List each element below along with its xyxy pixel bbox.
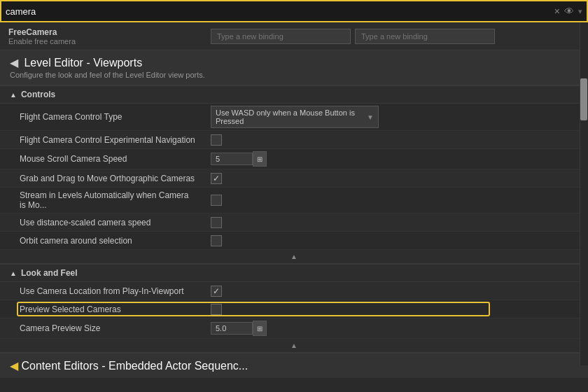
preview-selected-cameras-checkbox[interactable] [211, 304, 222, 315]
row-label: Grab and Drag to Move Orthographic Camer… [0, 171, 206, 186]
table-row: Use Camera Location from Play-In-Viewpor… [0, 282, 588, 300]
row-label: Flight Camera Control Experimental Navig… [0, 132, 206, 148]
search-eye-icon[interactable]: 👁 [564, 6, 574, 17]
level-editor-title: ◀ Level Editor - Viewports [10, 56, 578, 69]
row-label: Use Camera Location from Play-In-Viewpor… [0, 284, 206, 299]
camera-location-checkbox[interactable] [211, 286, 222, 297]
row-control [206, 233, 226, 248]
mouse-scroll-speed-input[interactable] [211, 153, 253, 165]
mouse-scroll-speed-control: ⊞ [211, 151, 267, 167]
controls-title: Controls [21, 90, 55, 99]
row-control [206, 171, 226, 186]
grab-drag-checkbox[interactable] [211, 173, 222, 184]
table-row: Orbit camera around selection [0, 232, 588, 250]
number-arrow-icon[interactable]: ⊞ [253, 151, 267, 167]
table-row: Mouse Scroll Camera Speed ⊞ [0, 149, 588, 169]
row-control [206, 215, 226, 230]
controls-collapse-icon[interactable]: ▲ [10, 91, 17, 99]
row-label: Flight Camera Control Type [0, 109, 206, 125]
experimental-navigation-checkbox[interactable] [211, 134, 222, 146]
table-row: Preview Selected Cameras [0, 300, 588, 318]
search-bar: camera × 👁 ▾ [0, 0, 588, 22]
camera-preview-size-control: ⊞ [211, 321, 267, 336]
table-row: Use distance-scaled camera speed [0, 214, 588, 232]
row-label: Use distance-scaled camera speed [0, 215, 206, 230]
look-feel-title: Look and Feel [21, 268, 78, 278]
distance-scaled-checkbox[interactable] [211, 217, 222, 228]
table-row: Grab and Drag to Move Orthographic Camer… [0, 169, 588, 188]
level-editor-subtitle: Configure the look and feel of the Level… [10, 71, 578, 79]
free-camera-subtitle: Enable free camera [8, 37, 198, 46]
content-editors-triangle-icon[interactable]: ◀ [10, 360, 18, 372]
search-clear-icon[interactable]: × [554, 6, 560, 17]
row-control: ⊞ [206, 149, 271, 169]
row-control: Use WASD only when a Mouse Button is Pre… [206, 104, 383, 130]
row-control [206, 192, 226, 208]
free-camera-label: FreeCamera Enable free camera [0, 24, 206, 48]
table-row: Flight Camera Control Type Use WASD only… [0, 104, 588, 131]
expand-look-feel-arrow[interactable]: ▲ [0, 339, 588, 353]
table-row: Camera Preview Size ⊞ [0, 318, 588, 339]
camera-preview-size-input[interactable] [211, 322, 253, 335]
row-label: Orbit camera around selection [0, 233, 206, 248]
content-editors-section: ◀ Content Editors - Embedded Actor Seque… [0, 353, 588, 378]
scrollbar-thumb[interactable] [580, 78, 587, 120]
collapse-triangle-icon[interactable]: ◀ [10, 57, 18, 69]
row-control [206, 284, 226, 299]
orbit-camera-checkbox[interactable] [211, 235, 222, 246]
look-feel-subsection-header: ▲ Look and Feel [0, 264, 588, 282]
row-control [206, 132, 226, 148]
level-editor-viewports-header: ◀ Level Editor - Viewports Configure the… [0, 50, 588, 85]
row-label: Camera Preview Size [0, 321, 206, 336]
stream-levels-checkbox[interactable] [211, 195, 222, 206]
binding-input-1[interactable] [211, 29, 351, 44]
controls-subsection-header: ▲ Controls [0, 85, 588, 104]
scrollbar-track [580, 22, 588, 365]
content-editors-title: ◀ Content Editors - Embedded Actor Seque… [10, 359, 578, 372]
row-label: Preview Selected Cameras [0, 302, 206, 317]
search-input[interactable]: camera [6, 6, 554, 17]
row-control [206, 302, 226, 317]
expand-controls-arrow[interactable]: ▲ [0, 250, 588, 264]
search-dropdown-arrow[interactable]: ▾ [578, 7, 582, 16]
look-feel-collapse-icon[interactable]: ▲ [10, 270, 17, 277]
free-camera-row: FreeCamera Enable free camera [0, 22, 588, 50]
dropdown-arrow-icon: ▼ [367, 113, 374, 121]
dropdown-value: Use WASD only when a Mouse Button is Pre… [216, 108, 367, 125]
main-container: camera × 👁 ▾ FreeCamera Enable free came… [0, 0, 588, 392]
up-arrow-icon: ▲ [290, 253, 298, 260]
table-row: Stream in Levels Automatically when Came… [0, 188, 588, 214]
binding-inputs [206, 26, 499, 47]
row-label: Stream in Levels Automatically when Came… [0, 188, 206, 213]
flight-camera-control-type-dropdown[interactable]: Use WASD only when a Mouse Button is Pre… [211, 106, 379, 128]
number-arrow-icon[interactable]: ⊞ [253, 321, 267, 336]
table-row: Flight Camera Control Experimental Navig… [0, 131, 588, 149]
free-camera-title: FreeCamera [8, 27, 198, 37]
binding-input-2[interactable] [355, 29, 495, 44]
row-label: Mouse Scroll Camera Speed [0, 151, 206, 167]
up-arrow-icon-2: ▲ [290, 342, 298, 349]
row-control: ⊞ [206, 318, 271, 338]
